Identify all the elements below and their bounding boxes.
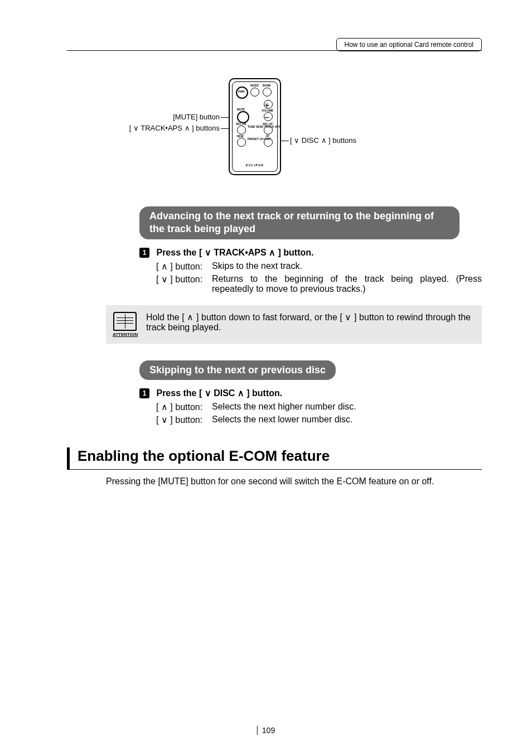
section-pill-advancing: Advancing to the next track or returning… <box>139 206 460 239</box>
section-heading-ecom: Enabling the optional E-COM feature <box>67 447 482 470</box>
mode-label: MODE <box>250 84 259 87</box>
sub-list: [ ∧ ] button: Skips to the next track. [… <box>156 261 482 294</box>
header-tab: How to use an optional Card remote contr… <box>336 38 482 51</box>
sub-list: [ ∧ ] button: Selects the next higher nu… <box>156 402 482 425</box>
button-desc: Selects the next higher number disc. <box>212 402 482 412</box>
sel-up-label: SEL UP <box>263 122 273 126</box>
list-item: [ ∧ ] button: Selects the next higher nu… <box>156 402 482 412</box>
remote-inner: PWR MODE BAND + − VOLUME MUTE TUNE SEEK … <box>232 81 278 172</box>
button-desc: Skips to the next track. <box>212 261 482 272</box>
sel-dn-label: SEL DN <box>236 122 246 126</box>
disc-down-button <box>237 138 246 147</box>
step-badge: 1 <box>139 248 149 258</box>
eclipse-logo: ECLIPSE <box>246 163 264 167</box>
label-mute: [MUTE] button <box>173 113 220 121</box>
page-number: 109 <box>257 726 275 735</box>
button-key-up: [ ∧ ] button: <box>156 261 212 272</box>
label-track-aps: [ ∨ TRACK•APS ∧ ] buttons <box>129 124 220 132</box>
button-key-down: [ ∨ ] button: <box>156 415 212 425</box>
remote-body: PWR MODE BAND + − VOLUME MUTE TUNE SEEK … <box>229 78 281 175</box>
section-pill-skipping: Skipping to the next or previous disc <box>139 360 336 380</box>
attention-text: Hold the [ ∧ ] button down to fast forwa… <box>146 312 471 333</box>
step-badge: 1 <box>139 388 149 398</box>
seek-down-button <box>237 126 246 134</box>
book-icon <box>113 312 137 331</box>
button-desc: Returns to the beginning of the track be… <box>212 274 482 294</box>
attention-label: ATTENTION <box>113 332 137 337</box>
label-disc: [ ∨ DISC ∧ ] buttons <box>290 136 356 145</box>
list-item: [ ∨ ] button: Selects the next lower num… <box>156 415 482 425</box>
header-rule <box>67 50 482 51</box>
page-root: How to use an optional Card remote contr… <box>0 0 532 756</box>
tune-seek-label: TUNE SEEK TRACK APS <box>248 126 280 128</box>
band-button <box>263 88 272 97</box>
attention-note: ATTENTION Hold the [ ∧ ] button down to … <box>106 305 482 344</box>
volume-label: VOLUME <box>262 109 273 112</box>
step-block: 1 Press the [ ∨ TRACK•APS ∧ ] button. [ … <box>139 247 482 294</box>
mode-button <box>250 88 259 97</box>
remote-diagram: [MUTE] button [ ∨ TRACK•APS ∧ ] buttons … <box>67 78 482 190</box>
vol-up-button: + <box>264 100 273 109</box>
attention-icon: ATTENTION <box>113 312 137 337</box>
button-desc: Selects the next lower number disc. <box>212 415 482 425</box>
preset-ch-label: PRESET CH DISC <box>248 138 271 141</box>
band-label: BAND <box>263 84 270 87</box>
button-key-down: [ ∨ ] button: <box>156 274 212 294</box>
rew-label: REW <box>237 134 244 138</box>
step-heading: Press the [ ∨ DISC ∧ ] button. <box>156 388 282 398</box>
mute-label: MUTE <box>237 108 245 111</box>
step-block: 1 Press the [ ∨ DISC ∧ ] button. [ ∧ ] b… <box>139 388 482 425</box>
list-item: [ ∧ ] button: Skips to the next track. <box>156 261 482 272</box>
mute-button <box>237 111 249 123</box>
vol-down-button: − <box>264 112 273 121</box>
list-item: [ ∨ ] button: Returns to the beginning o… <box>156 274 482 294</box>
button-key-up: [ ∧ ] button: <box>156 402 212 412</box>
ff-label: FF <box>266 134 269 138</box>
step-heading: Press the [ ∨ TRACK•APS ∧ ] button. <box>156 248 313 257</box>
body-paragraph: Pressing the [MUTE] button for one secon… <box>106 476 482 487</box>
pwr-label: PWR <box>238 90 245 93</box>
